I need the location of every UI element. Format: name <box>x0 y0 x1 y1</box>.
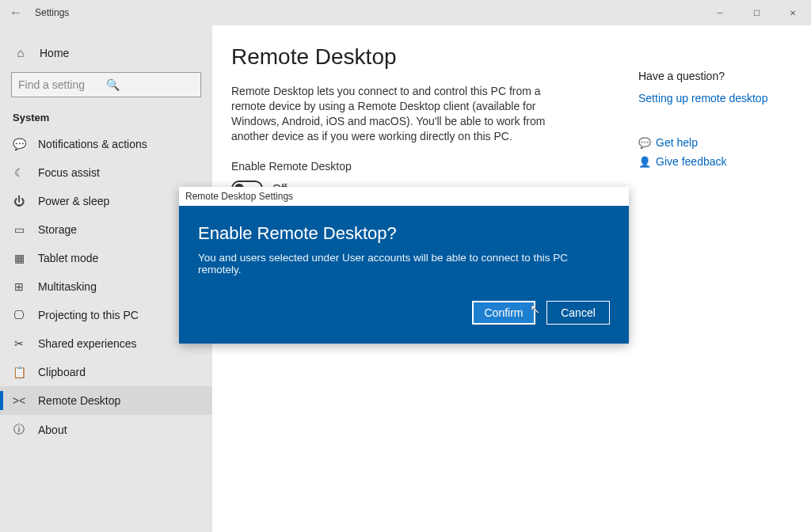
feedback-icon: 👤 <box>638 156 656 168</box>
sidebar-item-icon: ✂ <box>11 337 27 350</box>
sidebar-item-icon: ▭ <box>11 223 27 236</box>
minimize-button[interactable]: ─ <box>702 0 738 25</box>
sidebar-item-icon: ⓘ <box>11 423 27 437</box>
sidebar-item-label: Notifications & actions <box>38 138 147 150</box>
dialog-body-text: You and users selected under User accoun… <box>198 252 610 276</box>
sidebar-item-remote-desktop[interactable]: ><Remote Desktop <box>0 386 212 415</box>
window-controls: ─ ☐ ✕ <box>702 0 811 25</box>
back-icon[interactable]: ← <box>0 6 32 20</box>
search-placeholder: Find a setting <box>18 78 106 91</box>
sidebar-item-notifications-actions[interactable]: 💬Notifications & actions <box>0 131 212 158</box>
question-heading: Have a question? <box>638 70 789 82</box>
sidebar-item-label: Remote Desktop <box>38 394 120 407</box>
page-title: Remote Desktop <box>231 44 792 70</box>
sidebar-item-label: Tablet mode <box>38 252 98 264</box>
confirm-dialog: Remote Desktop Settings Enable Remote De… <box>179 187 629 344</box>
maximize-button[interactable]: ☐ <box>738 0 775 25</box>
sidebar-item-icon: 🖵 <box>11 309 27 321</box>
dialog-title: Enable Remote Desktop? <box>198 223 610 244</box>
right-rail: Have a question? Setting up remote deskt… <box>638 70 789 174</box>
cancel-button[interactable]: Cancel <box>546 301 610 325</box>
sidebar-item-about[interactable]: ⓘAbout <box>0 415 212 445</box>
sidebar-item-label: Projecting to this PC <box>38 309 139 321</box>
give-feedback-link[interactable]: Give feedback <box>656 155 727 168</box>
sidebar-item-label: Shared experiences <box>38 337 137 350</box>
search-input[interactable]: Find a setting 🔍 <box>11 72 201 97</box>
sidebar-heading: System <box>0 107 212 131</box>
home-label: Home <box>40 47 69 59</box>
sidebar-item-label: About <box>38 424 67 436</box>
sidebar-item-focus-assist[interactable]: ☾Focus assist <box>0 158 212 187</box>
home-button[interactable]: ⌂ Home <box>0 38 212 67</box>
sidebar-item-icon: ▦ <box>11 252 27 264</box>
home-icon: ⌂ <box>13 46 29 59</box>
sidebar-item-icon: 💬 <box>11 138 27 150</box>
close-button[interactable]: ✕ <box>775 0 811 25</box>
sidebar-item-icon: ⏻ <box>11 195 27 207</box>
get-help-link[interactable]: Get help <box>656 136 698 149</box>
sidebar-item-label: Clipboard <box>38 366 86 378</box>
sidebar-item-label: Multitasking <box>38 280 97 293</box>
sidebar-item-label: Storage <box>38 223 77 236</box>
window-title: Settings <box>35 7 69 18</box>
confirm-button[interactable]: Confirm <box>472 301 535 325</box>
help-icon: 💬 <box>638 137 656 149</box>
search-icon: 🔍 <box>106 78 194 91</box>
sidebar-item-icon: ⊞ <box>11 280 27 293</box>
sidebar-item-clipboard[interactable]: 📋Clipboard <box>0 358 212 386</box>
sidebar-item-icon: ☾ <box>11 166 27 179</box>
sidebar-item-label: Power & sleep <box>38 195 109 207</box>
sidebar-item-icon: 📋 <box>11 366 27 378</box>
setup-link[interactable]: Setting up remote desktop <box>638 92 789 104</box>
sidebar-item-label: Focus assist <box>38 166 100 179</box>
title-bar: ← Settings ─ ☐ ✕ <box>0 0 811 25</box>
sidebar-item-icon: >< <box>11 394 27 407</box>
page-description: Remote Desktop lets you connect to and c… <box>231 84 572 144</box>
dialog-window-title: Remote Desktop Settings <box>179 187 629 206</box>
